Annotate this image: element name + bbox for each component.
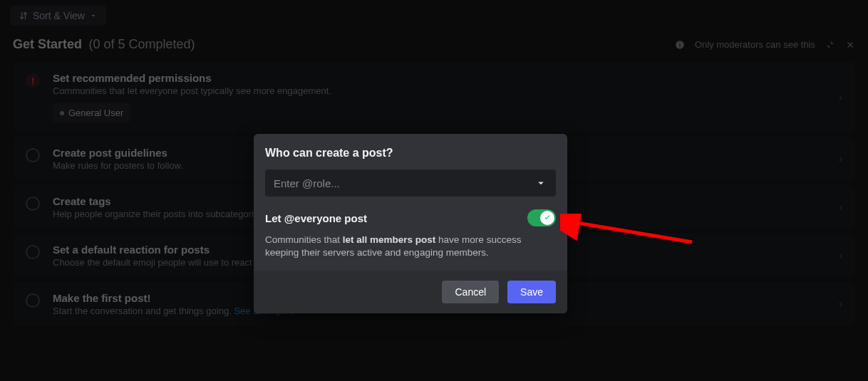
close-icon[interactable]	[845, 40, 855, 50]
sort-icon	[19, 11, 29, 21]
role-select-placeholder: Enter @role...	[274, 177, 340, 189]
checklist-title: Set recommended permissions	[53, 72, 842, 84]
sort-view-button[interactable]: Sort & View	[10, 6, 106, 26]
post-permissions-modal: Who can create a post? Enter @role... Le…	[254, 134, 567, 313]
svg-rect-2	[679, 42, 680, 43]
progress-count: (0 of 5 Completed)	[85, 37, 195, 51]
chevron-right-icon: ›	[839, 201, 842, 214]
chevron-down-icon	[89, 11, 98, 20]
warn-icon	[26, 73, 40, 88]
mod-note: Only moderators can see this	[695, 39, 815, 50]
check-icon	[543, 214, 552, 222]
modal-description: Communities that let all members post ha…	[265, 234, 556, 259]
collapse-icon[interactable]	[825, 40, 835, 50]
toggle-knob	[540, 211, 554, 225]
chevron-right-icon: ›	[839, 249, 842, 262]
cancel-button[interactable]: Cancel	[442, 281, 499, 303]
chevron-right-icon: ›	[839, 298, 842, 310]
role-chip-label: General User	[68, 108, 123, 118]
svg-point-0	[676, 41, 684, 49]
unchecked-icon	[26, 148, 40, 162]
page-title: Get Started	[13, 37, 82, 51]
unchecked-icon	[26, 245, 40, 259]
svg-rect-1	[679, 43, 680, 46]
modal-title: Who can create a post?	[265, 147, 556, 160]
annotation-arrow	[560, 214, 703, 256]
toggle-label: Let @everyone post	[265, 212, 367, 224]
checklist-item-permissions[interactable]: Set recommended permissions Communities …	[13, 62, 855, 132]
chevron-down-icon	[534, 177, 547, 189]
role-chip: General User	[53, 103, 130, 122]
sort-view-label: Sort & View	[33, 10, 85, 21]
role-select[interactable]: Enter @role...	[265, 169, 556, 197]
save-button[interactable]: Save	[507, 281, 556, 303]
chevron-right-icon: ›	[839, 91, 842, 104]
unchecked-icon	[26, 197, 40, 211]
section-header: Get Started (0 of 5 Completed) Only mode…	[0, 31, 868, 62]
role-dot-icon	[60, 111, 64, 115]
modal-footer: Cancel Save	[254, 271, 567, 313]
svg-line-4	[573, 222, 692, 242]
everyone-post-toggle[interactable]	[527, 209, 556, 226]
unchecked-icon	[26, 293, 40, 308]
info-icon	[675, 40, 685, 50]
checklist-subtitle: Communities that let everyone post typic…	[53, 85, 842, 96]
chevron-right-icon: ›	[839, 152, 842, 165]
